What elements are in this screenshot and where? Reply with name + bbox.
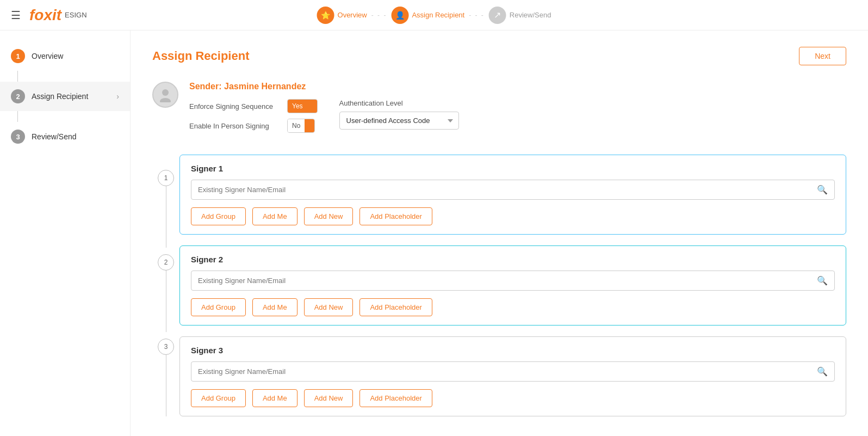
- logo: foxit ESIGN: [29, 7, 87, 24]
- enable-in-person-label: Enable In Person Signing: [189, 122, 282, 130]
- sidebar-number-3: 3: [11, 130, 25, 144]
- svg-point-0: [162, 89, 169, 96]
- sidebar-label-assign: Assign Recipient: [32, 92, 88, 101]
- hamburger-menu[interactable]: ☰: [11, 9, 21, 22]
- sender-controls: Enforce Signing Sequence Yes Enable In P…: [189, 99, 846, 138]
- step-review-send[interactable]: ↗ Review/Send: [489, 7, 551, 24]
- signer-2-add-me[interactable]: Add Me: [252, 298, 297, 316]
- toggle-no-label: No: [288, 119, 305, 132]
- signer-2-add-placeholder[interactable]: Add Placeholder: [359, 298, 432, 316]
- step-dash-1: - - -: [371, 11, 387, 19]
- logo-foxit: foxit: [29, 7, 61, 24]
- signer-1-add-group[interactable]: Add Group: [191, 207, 246, 225]
- signer-3-add-group[interactable]: Add Group: [191, 389, 246, 407]
- signer-2-input-row: 🔍: [191, 271, 835, 291]
- step-label-review: Review/Send: [510, 11, 551, 19]
- timeline-node-1: 1: [158, 170, 174, 186]
- sidebar: 1 Overview 2 Assign Recipient › 3 Review…: [0, 30, 131, 436]
- step-label-overview: Overview: [338, 11, 367, 19]
- signer-1-input[interactable]: [198, 186, 817, 194]
- svg-point-1: [160, 98, 171, 102]
- auth-select[interactable]: User-defined Access Code Email OTP SMS O…: [339, 112, 459, 130]
- enforce-signing-label: Enforce Signing Sequence: [189, 102, 282, 110]
- toggle-yes-label: Yes: [288, 100, 307, 113]
- signer-2-add-new[interactable]: Add New: [304, 298, 354, 316]
- header: ☰ foxit ESIGN ⭐ Overview - - - 👤 Assign …: [0, 0, 868, 30]
- signer-card-2: Signer 2 🔍 Add Group Add Me Add New Add …: [179, 245, 846, 326]
- signer-2-buttons: Add Group Add Me Add New Add Placeholder: [191, 298, 835, 316]
- signer-card-3: Signer 3 🔍 Add Group Add Me Add New Add …: [179, 336, 846, 416]
- timeline-node-3: 3: [158, 339, 174, 355]
- signer-2-title: Signer 2: [191, 255, 835, 264]
- step-assign-recipient[interactable]: 👤 Assign Recipient: [391, 7, 464, 24]
- timeline-node-2: 2: [158, 254, 174, 271]
- timeline-line-1: [166, 186, 166, 248]
- sidebar-item-review-send[interactable]: 3 Review/Send: [0, 122, 130, 151]
- signer-3-add-me[interactable]: Add Me: [252, 389, 297, 407]
- timeline-column: 1 2 3: [152, 155, 179, 416]
- sidebar-number-2: 2: [11, 89, 25, 103]
- signer-3-buttons: Add Group Add Me Add New Add Placeholder: [191, 389, 835, 407]
- layout: 1 Overview 2 Assign Recipient › 3 Review…: [0, 30, 868, 436]
- sidebar-label-review: Review/Send: [32, 132, 77, 141]
- chevron-right-icon: ›: [116, 92, 119, 101]
- next-button[interactable]: Next: [799, 47, 846, 65]
- signer-1-add-new[interactable]: Add New: [304, 207, 354, 225]
- auth-label: Authentication Level: [339, 99, 459, 107]
- signers-with-timeline: 1 2 3 Signer 1: [152, 155, 846, 416]
- sidebar-item-overview[interactable]: 1 Overview: [0, 41, 130, 71]
- signer-1-add-me[interactable]: Add Me: [252, 207, 297, 225]
- signer-2-input[interactable]: [198, 277, 817, 285]
- enable-in-person-toggle[interactable]: No: [287, 119, 315, 133]
- step-circle-overview: ⭐: [317, 7, 334, 24]
- header-steps: ⭐ Overview - - - 👤 Assign Recipient - - …: [317, 7, 551, 24]
- timeline-line-3: [166, 355, 166, 416]
- logo-esign: ESIGN: [65, 11, 86, 19]
- enforce-signing-toggle[interactable]: Yes: [287, 99, 318, 113]
- sender-section: Sender: Jasmine Hernandez Enforce Signin…: [152, 82, 846, 138]
- sender-name: Sender: Jasmine Hernandez: [189, 82, 846, 91]
- search-icon-3: 🔍: [817, 366, 828, 377]
- toggle-yes-block: [307, 100, 317, 113]
- step-overview[interactable]: ⭐ Overview: [317, 7, 367, 24]
- auth-section: Authentication Level User-defined Access…: [339, 99, 459, 130]
- toggle-group: Enforce Signing Sequence Yes Enable In P…: [189, 99, 318, 138]
- main-content: Assign Recipient Next Sender: Jasmine He…: [131, 30, 868, 436]
- signer-2-add-group[interactable]: Add Group: [191, 298, 246, 316]
- enable-in-person-row: Enable In Person Signing No: [189, 119, 318, 133]
- step-label-assign: Assign Recipient: [412, 11, 464, 19]
- enforce-signing-row: Enforce Signing Sequence Yes: [189, 99, 318, 113]
- toggle-no-block: [305, 119, 314, 132]
- search-icon-1: 🔍: [817, 185, 828, 195]
- page-title: Assign Recipient: [152, 49, 249, 63]
- sender-info: Sender: Jasmine Hernandez Enforce Signin…: [189, 82, 846, 138]
- signer-1-add-placeholder[interactable]: Add Placeholder: [359, 207, 432, 225]
- sidebar-connector-1: [17, 71, 18, 82]
- search-icon-2: 🔍: [817, 275, 828, 286]
- sidebar-item-assign-recipient[interactable]: 2 Assign Recipient ›: [0, 82, 130, 111]
- signer-3-add-placeholder[interactable]: Add Placeholder: [359, 389, 432, 407]
- signer-card-1: Signer 1 🔍 Add Group Add Me Add New Add …: [179, 155, 846, 235]
- main-header: Assign Recipient Next: [152, 47, 846, 65]
- signer-3-title: Signer 3: [191, 346, 835, 355]
- signer-1-title: Signer 1: [191, 164, 835, 173]
- sidebar-connector-2: [17, 111, 18, 122]
- signer-3-input-row: 🔍: [191, 361, 835, 382]
- sidebar-label-overview: Overview: [32, 52, 63, 60]
- sidebar-number-1: 1: [11, 49, 25, 63]
- signer-1-input-row: 🔍: [191, 180, 835, 200]
- signers-list: Signer 1 🔍 Add Group Add Me Add New Add …: [179, 155, 846, 416]
- signer-1-buttons: Add Group Add Me Add New Add Placeholder: [191, 207, 835, 225]
- signer-3-add-new[interactable]: Add New: [304, 389, 354, 407]
- timeline-line-2: [166, 271, 166, 332]
- sender-avatar: [152, 82, 178, 108]
- step-dash-2: - - -: [469, 11, 485, 19]
- step-circle-assign: 👤: [391, 7, 408, 24]
- step-circle-review: ↗: [489, 7, 506, 24]
- signer-3-input[interactable]: [198, 367, 817, 376]
